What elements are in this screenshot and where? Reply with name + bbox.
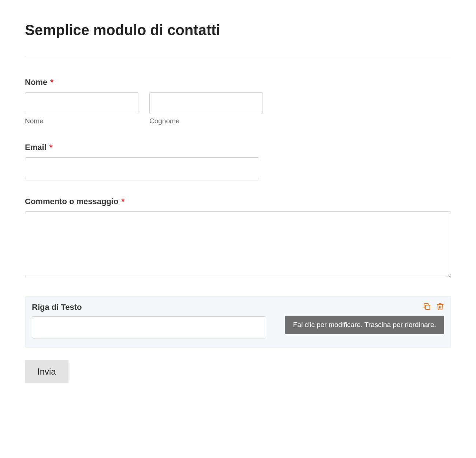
name-label-text: Nome bbox=[25, 78, 47, 87]
first-name-sublabel: Nome bbox=[25, 117, 138, 125]
message-field-group: Commento o messaggio * bbox=[25, 197, 451, 279]
builder-text-input[interactable] bbox=[32, 316, 266, 338]
name-field-group: Nome * Nome Cognome bbox=[25, 78, 451, 125]
builder-block-text-row[interactable]: Riga di Testo Fai clic per modificare. T… bbox=[25, 296, 451, 348]
message-label: Commento o messaggio * bbox=[25, 197, 451, 206]
email-input[interactable] bbox=[25, 157, 259, 179]
submit-button[interactable]: Invia bbox=[25, 360, 68, 383]
section-divider bbox=[25, 57, 451, 57]
message-required-marker: * bbox=[122, 197, 125, 206]
last-name-input[interactable] bbox=[149, 92, 263, 114]
message-label-text: Commento o messaggio bbox=[25, 197, 118, 206]
name-required-marker: * bbox=[50, 78, 53, 87]
builder-tooltip: Fai clic per modificare. Trascina per ri… bbox=[285, 316, 444, 334]
svg-rect-0 bbox=[425, 305, 430, 309]
builder-actions bbox=[422, 302, 445, 311]
message-textarea[interactable] bbox=[25, 211, 451, 277]
email-label: Email * bbox=[25, 143, 451, 152]
email-required-marker: * bbox=[49, 143, 53, 152]
last-name-sublabel: Cognome bbox=[149, 117, 263, 125]
email-field-group: Email * bbox=[25, 143, 451, 179]
trash-icon[interactable] bbox=[435, 302, 445, 311]
builder-block-label: Riga di Testo bbox=[32, 303, 444, 312]
name-label: Nome * bbox=[25, 78, 451, 87]
duplicate-icon[interactable] bbox=[422, 302, 432, 311]
email-label-text: Email bbox=[25, 143, 47, 152]
page-title: Semplice modulo di contatti bbox=[25, 22, 451, 38]
first-name-input[interactable] bbox=[25, 92, 138, 114]
